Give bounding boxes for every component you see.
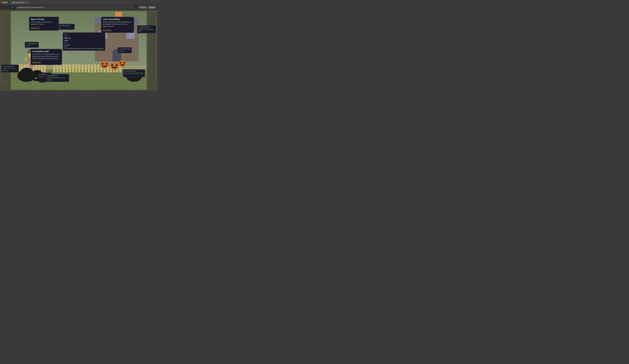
- learn-accessibility-card: Learn Accessibility There's nothing scar…: [101, 17, 134, 33]
- browser-chrome: Scrolly time. ✕ + ← → ↻ localhost:3000/c…: [0, 0, 157, 10]
- aria-note-text: is describedBy the paragraph, so the rea…: [64, 48, 104, 50]
- pumpkin-2: [100, 61, 109, 69]
- aria-popup-acce-element: Acce: [64, 42, 104, 44]
- traffic-lights: [1, 2, 8, 3]
- reload-button[interactable]: ↻: [11, 6, 14, 9]
- aria-note-title: Note: [64, 46, 104, 48]
- acc-label-left-page-title: Accessibility label: [47, 75, 68, 77]
- new-in-chrome-read-more[interactable]: Read more: [31, 27, 39, 29]
- acc-label-outer-left: Accessibility label pages out of view ar…: [1, 65, 19, 72]
- aria-popup-acc-row: Acce: [64, 35, 104, 37]
- update-button[interactable]: Update: [148, 6, 156, 9]
- aria-role-title: ARIA role: [64, 37, 104, 39]
- browser-toolbar: ← → ↻ localhost:3000/chrometober-2022/ ☆…: [0, 5, 157, 10]
- chrometober-ama-read-more[interactable]: Read more: [32, 61, 41, 63]
- dark-bush-left: [17, 69, 36, 82]
- new-tab-button[interactable]: +: [29, 1, 32, 4]
- acc-label-article-top-title: Accessibility label: [59, 25, 73, 26]
- browser-actions: ☆ Paused Update: [136, 6, 156, 9]
- acc-label-scarecrow-title: Accessibility label: [26, 43, 37, 44]
- aria-role-value: article: [64, 40, 104, 41]
- aria-popup-acc-label-title: Acce...: [64, 34, 104, 35]
- chrometober-ama-title: Chrometober AMA: [32, 50, 60, 53]
- acc-label-pumpkins-value: has alt: [119, 50, 130, 52]
- acc-label-pumpkins: Accessibility label has alt: [118, 47, 132, 53]
- chrometober-ama-body: Join us live on Thursday October 13 as w…: [32, 53, 60, 60]
- learn-accessibility-body: There's nothing scary about designing fo…: [103, 21, 132, 28]
- back-button[interactable]: ←: [1, 6, 5, 9]
- browser-titlebar: Scrolly time. ✕ +: [0, 0, 157, 5]
- acc-label-outer-left-value: pages out of view are inert: [3, 67, 17, 72]
- acc-label-outer-left-title: Accessibility label: [3, 66, 17, 67]
- acc-label-right-page-value: has aria label "right of page 1": [125, 72, 144, 76]
- content-area: New in Chrome Lift your spirits up of al…: [0, 10, 157, 91]
- acc-label-left-page-value: aria-label indicates "left of page 1": [47, 77, 68, 81]
- pumpkin-1: [110, 62, 119, 70]
- new-in-chrome-card: New in Chrome Lift your spirits up of al…: [29, 17, 59, 31]
- learn-accessibility-title: Learn Accessibility: [103, 18, 132, 20]
- aria-popup-link-value[interactable]: <a> link: [64, 44, 104, 46]
- acc-label-right-page: Accessibility label has aria label "righ…: [123, 69, 145, 77]
- tower-top: [115, 11, 122, 12]
- acc-label-scarecrow: Accessibility label has alt: [25, 42, 39, 48]
- acc-label-outer-right-value: pages out of view are inert: [139, 28, 155, 32]
- chrometober-ama-card: Chrometober AMA Join us live on Thursday…: [31, 49, 62, 65]
- close-button[interactable]: [1, 2, 3, 3]
- maximize-button[interactable]: [6, 2, 8, 3]
- active-tab[interactable]: Scrolly time. ✕: [11, 1, 29, 4]
- tab-title: Scrolly time.: [15, 1, 25, 3]
- learn-accessibility-read-more[interactable]: Read more: [103, 29, 111, 31]
- tab-favicon: [12, 1, 14, 3]
- new-in-chrome-body: Lift your spirits up of all the top feat…: [31, 21, 57, 25]
- address-bar[interactable]: localhost:3000/chrometober-2022/: [15, 6, 135, 9]
- tab-bar: Scrolly time. ✕ +: [11, 1, 156, 4]
- acc-label-outer-right: Accessibility label pages out of view ar…: [137, 25, 156, 33]
- acc-label-article-top-value: k2: [59, 27, 73, 29]
- close-tab-button[interactable]: ✕: [26, 2, 27, 3]
- pumpkin-3: [119, 60, 126, 67]
- aria-popup: Acce... Acce ARIA role article Acce <a> …: [63, 32, 105, 51]
- acc-label-left-page: Accessibility label aria-label indicates…: [45, 74, 69, 82]
- paused-button[interactable]: Paused: [139, 6, 147, 9]
- scene: New in Chrome Lift your spirits up of al…: [11, 11, 147, 90]
- url-text: localhost:3000/chrometober-2022/: [17, 6, 43, 8]
- acc-label-scarecrow-value: has alt: [26, 45, 37, 47]
- bookmark-icon[interactable]: ☆: [136, 6, 138, 8]
- right-region-outline: [147, 13, 156, 82]
- forward-button[interactable]: →: [6, 6, 10, 9]
- acc-label-pumpkins-title: Accessibility label: [119, 48, 130, 50]
- acc-label-article-top: Accessibility label k2: [57, 24, 75, 30]
- new-in-chrome-title: New in Chrome: [31, 18, 57, 20]
- acc-label-outer-right-title: Accessibility label: [139, 26, 155, 28]
- acc-label-right-page-title: Accessibility label: [125, 70, 144, 72]
- minimize-button[interactable]: [4, 2, 5, 3]
